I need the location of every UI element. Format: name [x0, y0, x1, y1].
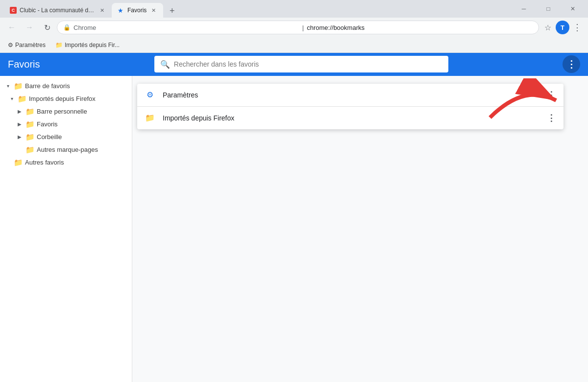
sidebar-item-favoris-sub[interactable]: ▶ 📁 Favoris — [0, 118, 132, 131]
sidebar-item-autres-marque[interactable]: ▶ 📁 Autres marque-pages — [0, 143, 132, 156]
address-text: chrome://bookmarks — [307, 24, 533, 31]
tab2-close[interactable]: ✕ — [149, 6, 157, 14]
chrome-label: Chrome — [74, 24, 299, 31]
tab-1[interactable]: C Clubic - La communauté des pas... ✕ — [4, 3, 112, 18]
barre-perso-label: Barre personnelle — [37, 108, 87, 115]
folder-icon-barre-perso: 📁 — [25, 107, 35, 116]
bm-parametres-label: Paramètres — [15, 42, 46, 48]
dropdown-parametres[interactable]: ⚙ Paramètres ⋮ — [137, 84, 564, 106]
autres-marque-label: Autres marque-pages — [37, 146, 98, 153]
autres-favoris-label: Autres favoris — [25, 159, 64, 166]
expand-arrow-barre: ▾ — [4, 82, 12, 90]
parametres-icon: ⚙ — [145, 90, 155, 100]
page-header: Favoris 🔍 ⋮ — [0, 53, 588, 76]
back-button[interactable]: ← — [4, 20, 20, 35]
bm-importes-label: Importés depuis Fir... — [65, 42, 120, 48]
corbeille-label: Corbeille — [37, 133, 62, 141]
dropdown-menu: ⚙ Paramètres ⋮ 📁 Importés depuis Firefox… — [137, 84, 564, 129]
importes-bm-icon: 📁 — [55, 42, 63, 48]
importes-dropdown-label: Importés depuis Firefox — [163, 114, 539, 122]
expand-arrow-corbeille: ▶ — [16, 133, 24, 141]
sidebar-item-barre-favoris[interactable]: ▾ 📁 Barre de favoris — [0, 80, 132, 93]
tabs-area: C Clubic - La communauté des pas... ✕ ★ … — [4, 0, 513, 18]
sidebar-item-autres-favoris[interactable]: ▶ 📁 Autres favoris — [0, 156, 132, 169]
tab1-label: Clubic - La communauté des pas... — [20, 7, 95, 14]
sidebar-item-corbeille[interactable]: ▶ 📁 Corbeille — [0, 131, 132, 143]
folder-icon-corbeille: 📁 — [25, 133, 35, 142]
more-options-button[interactable]: ⋮ — [563, 55, 580, 73]
parametres-more-button[interactable]: ⋮ — [547, 90, 556, 100]
reload-button[interactable]: ↻ — [39, 20, 55, 35]
dropdown-importes[interactable]: 📁 Importés depuis Firefox ⋮ — [137, 107, 564, 129]
favoris-sub-label: Favoris — [37, 120, 58, 128]
expand-arrow-favoris-sub: ▶ — [16, 120, 24, 128]
new-tab-button[interactable]: + — [165, 4, 179, 18]
chrome-menu-button[interactable]: ⋮ — [570, 21, 584, 34]
expand-arrow-barre-perso: ▶ — [16, 108, 24, 116]
page-title: Favoris — [8, 59, 40, 70]
address-bar[interactable]: 🔒 Chrome | chrome://bookmarks — [57, 21, 539, 34]
folder-icon-importes: 📁 — [18, 95, 27, 103]
address-separator: | — [302, 24, 304, 31]
profile-button[interactable]: T — [556, 21, 569, 34]
barre-favoris-label: Barre de favoris — [25, 82, 70, 90]
minimize-button[interactable]: ─ — [513, 1, 535, 17]
window-controls: ─ □ ✕ — [513, 1, 584, 17]
search-box[interactable]: 🔍 — [154, 56, 448, 72]
bookmark-star-button[interactable]: ☆ — [541, 21, 555, 34]
forward-button[interactable]: → — [22, 20, 37, 35]
main-content: ▾ 📁 Barre de favoris ▾ 📁 Importés depuis… — [0, 76, 588, 382]
parametres-bm-icon: ⚙ — [8, 42, 13, 48]
bm-importes[interactable]: 📁 Importés depuis Fir... — [51, 41, 123, 49]
maximize-button[interactable]: □ — [537, 1, 560, 17]
importes-more-button[interactable]: ⋮ — [547, 113, 556, 123]
title-bar: C Clubic - La communauté des pas... ✕ ★ … — [0, 0, 588, 18]
main-area: ⚙ Paramètres ⋮ 📁 Importés depuis Firefox… — [132, 76, 588, 382]
importes-label: Importés depuis Firefox — [29, 95, 96, 102]
folder-icon-autres-marque: 📁 — [25, 145, 35, 154]
parametres-dropdown-label: Paramètres — [163, 91, 539, 99]
sidebar: ▾ 📁 Barre de favoris ▾ 📁 Importés depuis… — [0, 76, 132, 382]
folder-icon-barre: 📁 — [14, 82, 23, 91]
nav-bar: ← → ↻ 🔒 Chrome | chrome://bookmarks ☆ T … — [0, 18, 588, 37]
tab2-favicon: ★ — [118, 7, 124, 14]
tab1-close[interactable]: ✕ — [98, 6, 106, 14]
folder-icon-favoris-sub: 📁 — [25, 120, 35, 129]
tab-2[interactable]: ★ Favoris ✕ — [112, 3, 163, 18]
search-icon: 🔍 — [160, 60, 170, 69]
bm-parametres[interactable]: ⚙ Paramètres — [4, 41, 49, 49]
sidebar-item-importes[interactable]: ▾ 📁 Importés depuis Firefox — [0, 93, 132, 105]
importes-folder-icon: 📁 — [145, 113, 155, 123]
tab1-favicon: C — [10, 7, 17, 14]
app-content: Favoris 🔍 ⋮ ▾ 📁 Barre de favoris ▾ 📁 Imp… — [0, 53, 588, 382]
tab2-label: Favoris — [127, 7, 147, 14]
nav-right: ☆ T ⋮ — [541, 21, 584, 34]
expand-arrow-importes: ▾ — [8, 95, 16, 103]
bookmarks-bar: ⚙ Paramètres 📁 Importés depuis Fir... — [0, 37, 588, 53]
close-button[interactable]: ✕ — [562, 1, 584, 17]
lock-icon: 🔒 — [63, 24, 71, 31]
search-input[interactable] — [174, 60, 442, 68]
folder-icon-autres-favoris: 📁 — [14, 158, 23, 167]
sidebar-item-barre-perso[interactable]: ▶ 📁 Barre personnelle — [0, 105, 132, 118]
